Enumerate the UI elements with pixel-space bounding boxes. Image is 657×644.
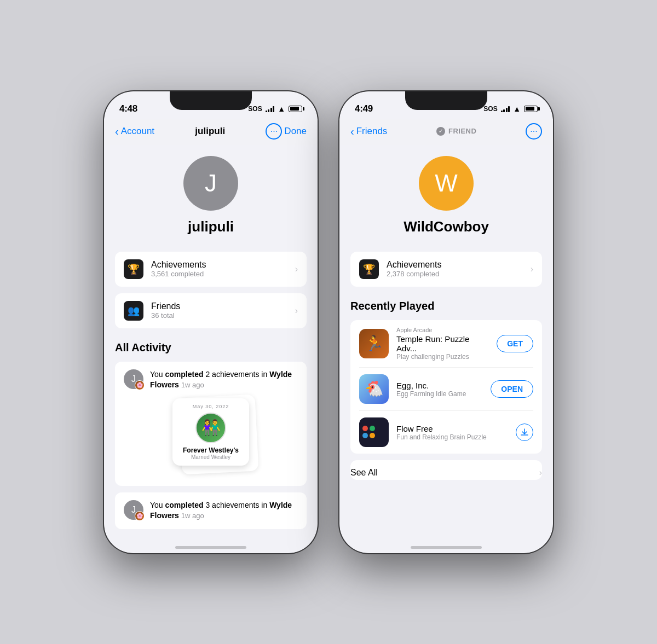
activity-text-2: You completed 3 achievements in Wylde Fl… <box>150 500 298 521</box>
sos-2: SOS <box>483 105 497 113</box>
more-icon-1[interactable]: ··· <box>266 123 282 140</box>
see-all-row[interactable]: See All › <box>350 460 542 480</box>
signal-icon-1 <box>266 106 275 112</box>
activity-time-1: 1w ago <box>181 381 204 389</box>
avatar-2: W <box>419 156 474 211</box>
game-item-egg: 🐔 Egg, Inc. Egg Farming Idle Game OPEN <box>359 368 533 411</box>
egg-icon: 🐔 <box>359 374 389 404</box>
more-icon-2[interactable]: ··· <box>526 123 542 140</box>
wifi-icon-2: ▲ <box>513 105 521 113</box>
home-indicator-2 <box>411 546 482 549</box>
back-button-1[interactable]: ‹ Account <box>115 126 154 137</box>
avatar-wrapper-1: J 🌸 <box>124 369 143 389</box>
achievements-title-2: Achievements <box>387 260 523 270</box>
egg-desc: Egg Farming Idle Game <box>396 390 483 398</box>
temple-label: Apple Arcade <box>396 327 489 333</box>
achievements-icon-2: 🏆 <box>359 259 379 279</box>
activity-row-1: J 🌸 You completed 2 achievements in Wyld… <box>124 369 298 391</box>
temple-name: Temple Run: Puzzle Adv... <box>396 334 489 353</box>
activity-action-2: completed <box>165 501 204 509</box>
achievements-subtitle-2: 2,378 completed <box>387 270 523 278</box>
back-label-2: Friends <box>356 126 388 137</box>
username-1: julipuli <box>188 218 234 235</box>
activity-text-1: You completed 2 achievements in Wylde Fl… <box>150 369 298 391</box>
scroll-content-2[interactable]: ‹ Friends ✓ FRIEND ··· W WildCowboy <box>339 119 553 553</box>
done-button[interactable]: ··· Done <box>266 123 307 140</box>
notch-2 <box>405 91 487 110</box>
temple-get-button[interactable]: GET <box>497 335 533 352</box>
friends-icon-1: 👥 <box>124 301 143 321</box>
sos-1: SOS <box>248 105 262 113</box>
flow-name: Flow Free <box>396 424 508 433</box>
time-2: 4:49 <box>355 103 373 114</box>
flow-icon <box>359 417 389 447</box>
phone-1: 4:48 SOS ▲ ‹ Account <box>104 91 318 553</box>
friend-badge-container: ✓ FRIEND <box>436 127 476 136</box>
scroll-content-1[interactable]: ‹ Account julipuli ··· Done J julipuli <box>104 119 318 553</box>
activity-middle-1: 2 achievements in <box>205 370 269 379</box>
friend-badge-icon: ✓ <box>436 127 445 136</box>
flow-info: Flow Free Fun and Relaxing Brain Puzzle <box>396 423 508 441</box>
achievements-row-2[interactable]: 🏆 Achievements 2,378 completed › <box>350 252 542 287</box>
back-arrow-2: ‹ <box>350 126 354 137</box>
game-mini-avatar-2: 🌸 <box>135 511 145 521</box>
achievements-row-1[interactable]: 🏆 Achievements 3,561 completed › <box>115 252 307 287</box>
achievements-chevron-2: › <box>531 264 533 274</box>
flow-download-button[interactable] <box>516 423 533 441</box>
signal-icon-2 <box>501 106 510 112</box>
activity-time-2: 1w ago <box>181 512 204 520</box>
activity-action-1: completed <box>165 370 204 379</box>
friends-row-1[interactable]: 👥 Friends 36 total › <box>115 293 307 328</box>
username-2: WildCowboy <box>404 218 489 235</box>
avatar-1: J <box>183 156 238 211</box>
activity-prefix-2: You <box>150 501 165 509</box>
recently-played-container: 🏃 Apple Arcade Temple Run: Puzzle Adv...… <box>350 320 542 454</box>
time-1: 4:48 <box>119 103 137 114</box>
game-mini-avatar-1: 🌸 <box>135 380 145 390</box>
list-section-2: 🏆 Achievements 2,378 completed › <box>350 252 542 287</box>
egg-open-button[interactable]: OPEN <box>491 380 533 398</box>
profile-section-1: J julipuli <box>104 145 318 252</box>
see-all-chevron: › <box>539 468 542 478</box>
home-indicator-1 <box>175 546 246 549</box>
achievements-content-2: Achievements 2,378 completed <box>387 260 523 278</box>
activity-item-2: J 🌸 You completed 3 achievements in Wyld… <box>115 492 307 529</box>
back-arrow-1: ‹ <box>115 126 119 137</box>
card-game-title: Forever Westley's <box>178 446 244 454</box>
card-game-sub: Married Westley <box>178 454 244 460</box>
screen-2: 4:49 SOS ▲ ‹ Friends <box>339 91 553 553</box>
see-all-section: See All › <box>350 460 542 480</box>
done-label: Done <box>284 126 307 137</box>
nav-title-1: julipuli <box>195 126 225 137</box>
friends-subtitle-1: 36 total <box>151 311 287 320</box>
battery-icon-2 <box>524 106 538 112</box>
status-icons-2: SOS ▲ <box>483 105 538 113</box>
activity-section: J 🌸 You completed 2 achievements in Wyld… <box>115 362 307 529</box>
phone-2: 4:49 SOS ▲ ‹ Friends <box>339 91 553 553</box>
friends-content-1: Friends 36 total <box>151 301 287 320</box>
activity-item-1: J 🌸 You completed 2 achievements in Wyld… <box>115 362 307 486</box>
profile-section-2: W WildCowboy <box>339 145 553 252</box>
nav-bar-1: ‹ Account julipuli ··· Done <box>104 119 318 145</box>
card-avatar: 👫 <box>195 413 226 443</box>
nav-bar-2: ‹ Friends ✓ FRIEND ··· <box>339 119 553 145</box>
temple-info: Apple Arcade Temple Run: Puzzle Adv... P… <box>396 327 489 361</box>
achievements-icon-1: 🏆 <box>124 259 143 279</box>
activity-middle-2: 3 achievements in <box>205 501 269 509</box>
list-section-1: 🏆 Achievements 3,561 completed › 👥 Frien… <box>115 252 307 328</box>
stacked-cards: May 30, 2022 👫 Forever Westley's Married… <box>124 396 298 478</box>
recently-played-header: Recently Played <box>350 298 542 312</box>
achievements-title-1: Achievements <box>151 260 287 270</box>
back-label-1: Account <box>121 126 154 137</box>
back-button-2[interactable]: ‹ Friends <box>350 126 387 137</box>
achievements-chevron-1: › <box>295 264 298 274</box>
avatar-wrapper-2: J 🌸 <box>124 500 143 520</box>
friends-title-1: Friends <box>151 301 287 311</box>
notch-1 <box>170 91 252 110</box>
activity-prefix-1: You <box>150 370 165 379</box>
status-icons-1: SOS ▲ <box>248 105 302 113</box>
achievements-subtitle-1: 3,561 completed <box>151 270 287 278</box>
achievements-content-1: Achievements 3,561 completed <box>151 260 287 278</box>
friends-chevron-1: › <box>295 306 298 316</box>
card-date: May 30, 2022 <box>178 404 244 409</box>
